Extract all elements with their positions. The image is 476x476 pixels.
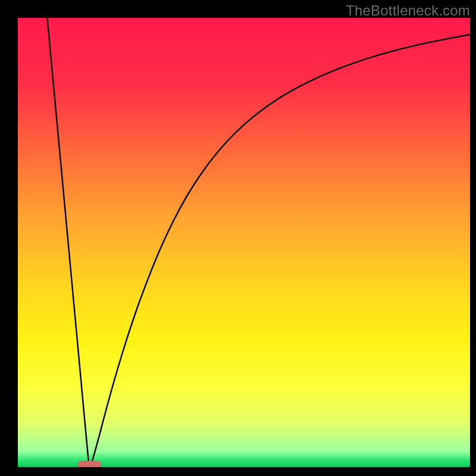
marker-layer (77, 461, 101, 467)
chart-frame: TheBottleneck.com (0, 0, 476, 476)
bottleneck-marker (77, 461, 101, 467)
plot-area (18, 18, 470, 467)
chart-svg (18, 18, 470, 467)
gradient-background (18, 18, 470, 467)
watermark-text: TheBottleneck.com (346, 2, 470, 19)
